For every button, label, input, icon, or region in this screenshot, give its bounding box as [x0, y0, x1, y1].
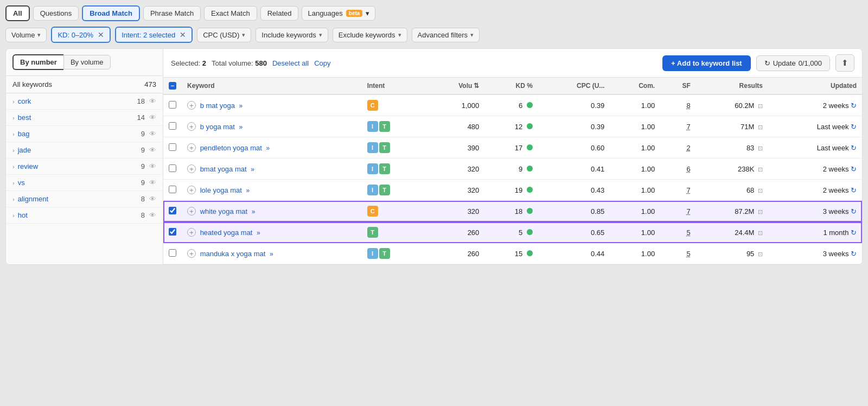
eye-icon[interactable]: 👁: [149, 162, 156, 170]
row-checkbox[interactable]: [169, 228, 176, 236]
expand-arrows-icon[interactable]: »: [239, 102, 243, 110]
add-keyword-icon[interactable]: +: [187, 101, 196, 110]
deselect-all-button[interactable]: Deselect all: [272, 59, 309, 67]
expand-arrows-icon[interactable]: »: [270, 250, 273, 258]
row-checkbox[interactable]: [169, 164, 176, 172]
sidebar-items-list: › cork 18 👁 › best 14 👁 › bag 9 👁 › jade…: [6, 93, 163, 224]
add-keyword-icon[interactable]: +: [187, 249, 196, 258]
add-keyword-icon[interactable]: +: [187, 228, 196, 237]
row-checkbox-cell[interactable]: [163, 137, 182, 158]
keyword-link[interactable]: manduka x yoga mat: [200, 250, 266, 258]
row-checkbox[interactable]: [169, 143, 176, 151]
eye-icon[interactable]: 👁: [149, 211, 156, 219]
row-checkbox[interactable]: [169, 186, 176, 193]
select-all-header[interactable]: −: [163, 78, 182, 94]
sidebar-item[interactable]: › bag 9 👁: [6, 126, 163, 142]
refresh-icon[interactable]: ↻: [851, 165, 857, 173]
row-checkbox-cell[interactable]: [163, 116, 182, 137]
table-row: + bmat yoga mat » IT3209 0.411.006238K ⊡…: [163, 158, 862, 180]
add-keyword-icon[interactable]: +: [187, 164, 196, 173]
eye-icon[interactable]: 👁: [149, 195, 156, 203]
expand-arrows-icon[interactable]: »: [266, 144, 270, 152]
expand-arrows-icon[interactable]: »: [257, 229, 260, 237]
copy-button[interactable]: Copy: [314, 59, 330, 67]
row-checkbox-cell[interactable]: [163, 158, 182, 180]
eye-icon[interactable]: 👁: [149, 113, 156, 122]
tab-broad-match[interactable]: Broad Match: [82, 5, 140, 21]
expand-arrows-icon[interactable]: »: [239, 123, 243, 131]
chevron-right-icon: ›: [12, 131, 15, 137]
refresh-icon[interactable]: ↻: [851, 250, 857, 258]
row-checkbox[interactable]: [169, 249, 176, 257]
row-checkbox[interactable]: [169, 122, 176, 130]
chevron-right-icon: ›: [12, 147, 15, 154]
sidebar-item[interactable]: › cork 18 👁: [6, 93, 163, 110]
row-checkbox-cell[interactable]: [163, 222, 182, 243]
row-checkbox-cell[interactable]: [163, 180, 182, 201]
expand-arrows-icon[interactable]: »: [252, 208, 256, 215]
refresh-icon[interactable]: ↻: [851, 144, 857, 152]
deselect-all-checkbox[interactable]: −: [169, 82, 176, 90]
keyword-link[interactable]: bmat yoga mat: [200, 165, 247, 173]
eye-icon[interactable]: 👁: [149, 146, 156, 154]
add-keyword-icon[interactable]: +: [187, 122, 196, 131]
sidebar-item[interactable]: › jade 9 👁: [6, 142, 163, 158]
tab-questions[interactable]: Questions: [33, 6, 79, 21]
row-checkbox[interactable]: [169, 207, 176, 214]
tab-phrase-match[interactable]: Phrase Match: [143, 6, 201, 21]
include-keywords-filter[interactable]: Include keywords ▾: [256, 28, 328, 42]
row-checkbox-cell[interactable]: [163, 243, 182, 264]
refresh-icon[interactable]: ↻: [851, 207, 857, 215]
keyword-link[interactable]: lole yoga mat: [200, 186, 242, 194]
expand-arrows-icon[interactable]: »: [246, 187, 250, 194]
keyword-link[interactable]: b yoga mat: [200, 123, 235, 131]
intent-badge-t: T: [379, 121, 390, 132]
exclude-keywords-filter[interactable]: Exclude keywords ▾: [333, 28, 407, 42]
update-button[interactable]: ↻ Update 0/1,000: [756, 55, 830, 71]
advanced-filters-filter[interactable]: Advanced filters ▾: [412, 28, 480, 42]
add-keyword-icon[interactable]: +: [187, 143, 196, 152]
cpc-filter[interactable]: CPC (USD) ▾: [197, 28, 251, 42]
tab-related[interactable]: Related: [260, 6, 299, 21]
volume-filter[interactable]: Volume ▾: [5, 28, 47, 42]
refresh-icon[interactable]: ↻: [851, 229, 857, 237]
eye-icon[interactable]: 👁: [149, 130, 156, 138]
keyword-link[interactable]: b mat yoga: [200, 101, 235, 110]
export-button[interactable]: ⬆: [835, 54, 854, 72]
sidebar-item[interactable]: › hot 8 👁: [6, 207, 163, 224]
languages-dropdown[interactable]: Languages beta ▾: [302, 6, 375, 21]
close-icon[interactable]: ✕: [98, 30, 104, 39]
close-icon[interactable]: ✕: [180, 30, 186, 39]
kd-cell: 15: [484, 243, 538, 264]
tab-exact-match[interactable]: Exact Match: [204, 6, 257, 21]
keyword-link[interactable]: pendleton yoga mat: [200, 144, 262, 152]
refresh-icon[interactable]: ↻: [851, 101, 857, 110]
expand-arrows-icon[interactable]: »: [251, 166, 254, 173]
row-checkbox-cell[interactable]: [163, 94, 182, 116]
row-checkbox[interactable]: [169, 101, 176, 109]
sort-by-volume-button[interactable]: By volume: [63, 55, 111, 69]
sidebar-item[interactable]: › review 9 👁: [6, 158, 163, 175]
eye-icon[interactable]: 👁: [149, 179, 156, 187]
add-keyword-icon[interactable]: +: [187, 186, 196, 194]
sort-by-number-button[interactable]: By number: [12, 54, 63, 70]
refresh-icon: ↻: [764, 59, 770, 67]
refresh-icon[interactable]: ↻: [851, 123, 857, 131]
sidebar-item[interactable]: › vs 9 👁: [6, 175, 163, 191]
sidebar-item[interactable]: › alignment 8 👁: [6, 191, 163, 207]
refresh-icon[interactable]: ↻: [851, 186, 857, 194]
intent-cell: IT: [362, 158, 426, 180]
keyword-link[interactable]: white yoga mat: [200, 207, 247, 215]
tab-all[interactable]: All: [5, 5, 30, 21]
keyword-link[interactable]: heated yoga mat: [200, 229, 253, 237]
add-to-keyword-list-button[interactable]: + Add to keyword list: [662, 55, 751, 71]
volume-sort[interactable]: Volu ⇅: [458, 82, 479, 90]
sidebar-item[interactable]: › best 14 👁: [6, 110, 163, 126]
kd-filter[interactable]: KD: 0–20% ✕: [51, 27, 111, 43]
eye-icon[interactable]: 👁: [149, 97, 156, 105]
row-checkbox-cell[interactable]: [163, 201, 182, 222]
add-keyword-icon[interactable]: +: [187, 207, 196, 215]
update-count: 0/1,000: [799, 59, 822, 67]
volume-header[interactable]: Volu ⇅: [426, 78, 484, 94]
intent-filter[interactable]: Intent: 2 selected ✕: [115, 27, 193, 43]
